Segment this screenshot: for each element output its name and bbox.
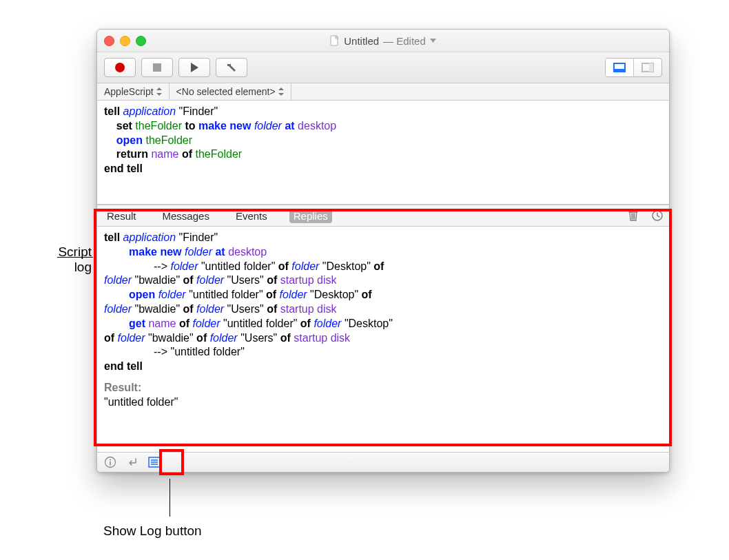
cls-folder: folder bbox=[314, 318, 341, 329]
kw-of: of bbox=[280, 332, 291, 344]
clock-icon bbox=[651, 209, 664, 222]
window-title: Untitled — Edited bbox=[97, 35, 669, 47]
cls-folder: folder bbox=[280, 289, 307, 300]
script-editor-window: Untitled — Edited bbox=[96, 29, 670, 473]
document-state: — Edited bbox=[383, 35, 426, 47]
kw-endtell: end tell bbox=[104, 360, 143, 372]
document-title: Untitled bbox=[344, 35, 379, 47]
navigation-bar: AppleScript <No selected element> bbox=[97, 83, 669, 101]
str-desktop: "Desktop" bbox=[307, 289, 362, 300]
var-theFolder: theFolder bbox=[135, 120, 182, 132]
tab-messages[interactable]: Messages bbox=[158, 209, 214, 223]
prop-name: name bbox=[148, 318, 176, 329]
prop-name: name bbox=[151, 148, 178, 160]
kw-of: of bbox=[373, 260, 384, 272]
view-assistant-button[interactable] bbox=[633, 59, 661, 76]
result-label: Result: bbox=[104, 382, 141, 393]
str-untitled: "untitled folder" bbox=[198, 260, 278, 272]
str-bwaldie: "bwaldie" bbox=[132, 274, 183, 286]
log-history-button[interactable] bbox=[651, 209, 664, 222]
cmd-open: open bbox=[116, 134, 143, 146]
tab-replies[interactable]: Replies bbox=[289, 209, 332, 223]
log-pane[interactable]: tell application "Finder" make new folde… bbox=[97, 227, 669, 452]
param-at: at bbox=[285, 120, 294, 132]
str-bwaldie: "bwaldie" bbox=[145, 332, 197, 344]
cls-application: application bbox=[123, 231, 176, 243]
tab-events[interactable]: Events bbox=[232, 209, 271, 223]
kw-of: of bbox=[179, 318, 189, 329]
result-value: "untitled folder" bbox=[104, 396, 178, 408]
cls-folder: folder bbox=[118, 332, 145, 344]
cls-folder: folder bbox=[210, 332, 238, 344]
kw-endtell: end tell bbox=[104, 163, 143, 174]
str-desktop: "Desktop" bbox=[319, 260, 373, 272]
str-desktop: "Desktop" bbox=[341, 318, 393, 329]
zoom-window-button[interactable] bbox=[136, 36, 146, 46]
cls-folder: folder bbox=[254, 120, 282, 132]
record-button[interactable] bbox=[104, 58, 136, 77]
kw-return: return bbox=[116, 148, 148, 160]
titlebar: Untitled — Edited bbox=[97, 30, 669, 52]
prop-desktop: desktop bbox=[298, 120, 336, 132]
kw-set: set bbox=[116, 120, 132, 132]
cls-folder: folder bbox=[291, 260, 319, 272]
str-users: "Users" bbox=[238, 332, 280, 344]
description-button[interactable] bbox=[104, 456, 116, 468]
cmd-make: make bbox=[129, 246, 157, 258]
cls-folder: folder bbox=[193, 318, 220, 329]
info-icon bbox=[104, 456, 116, 468]
str-users: "Users" bbox=[224, 274, 267, 286]
document-icon bbox=[330, 35, 340, 46]
updown-icon bbox=[278, 87, 284, 96]
show-log-button[interactable] bbox=[148, 457, 161, 468]
compile-button[interactable] bbox=[216, 58, 247, 77]
source-editor[interactable]: tell application "Finder" set theFolder … bbox=[97, 101, 669, 205]
cls-folder: folder bbox=[104, 274, 132, 286]
callout-script-log-line2: log bbox=[74, 260, 92, 274]
kw-of: of bbox=[267, 274, 277, 286]
status-bar bbox=[97, 452, 669, 472]
kw-of: of bbox=[104, 332, 114, 344]
str-finder: "Finder" bbox=[179, 105, 218, 117]
callout-line-show-log bbox=[170, 479, 170, 517]
title-dropdown-icon bbox=[430, 39, 436, 43]
stop-button[interactable] bbox=[141, 58, 173, 77]
svg-rect-0 bbox=[331, 36, 338, 45]
var-theFolder: theFolder bbox=[196, 148, 243, 160]
run-button[interactable] bbox=[178, 58, 210, 77]
tab-result[interactable]: Result bbox=[103, 209, 141, 223]
kw-of: of bbox=[278, 260, 289, 272]
trash-icon bbox=[628, 209, 639, 222]
minimize-window-button[interactable] bbox=[120, 36, 130, 46]
kw-of: of bbox=[196, 332, 207, 344]
str-bwaldie: "bwaldie" bbox=[132, 303, 183, 315]
kw-tell: tell bbox=[104, 105, 120, 117]
svg-rect-2 bbox=[153, 63, 161, 72]
cmd-open: open bbox=[129, 289, 155, 300]
param-at: at bbox=[215, 246, 225, 258]
accessory-view-button[interactable] bbox=[126, 457, 138, 468]
kw-of: of bbox=[183, 274, 194, 286]
callout-script-log: Script log bbox=[0, 245, 92, 275]
language-selector[interactable]: AppleScript bbox=[97, 83, 170, 100]
clear-log-button[interactable] bbox=[628, 209, 639, 222]
cls-folder: folder bbox=[196, 303, 224, 315]
language-label: AppleScript bbox=[104, 86, 154, 97]
callout-line-script-log bbox=[57, 257, 93, 258]
element-selector[interactable]: <No selected element> bbox=[170, 83, 291, 100]
traffic-lights bbox=[104, 36, 146, 46]
str-users: "Users" bbox=[224, 303, 267, 315]
cls-folder: folder bbox=[185, 246, 212, 258]
close-window-button[interactable] bbox=[104, 36, 114, 46]
svg-rect-6 bbox=[649, 63, 653, 72]
hammer-icon bbox=[225, 62, 238, 73]
kw-of: of bbox=[266, 289, 276, 300]
reply-value: --> "untitled folder" bbox=[154, 346, 245, 357]
reply-arrow: --> bbox=[154, 260, 170, 272]
log-tabs: Result Messages Events Replies bbox=[97, 205, 669, 227]
return-icon bbox=[126, 457, 138, 468]
prop-startup: startup disk bbox=[294, 332, 350, 344]
log-icon bbox=[148, 457, 161, 468]
view-standard-button[interactable] bbox=[606, 59, 633, 76]
log-tabs-right bbox=[628, 205, 664, 226]
